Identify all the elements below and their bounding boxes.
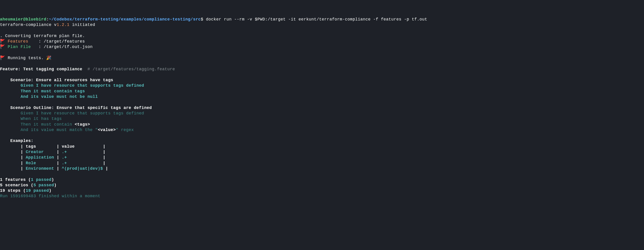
tag-cell: Role [26, 161, 54, 165]
init-suffix: initiated [70, 22, 95, 27]
converting-line: . Converting terraform plan file. [0, 34, 85, 38]
prompt-path: ~/Codebox/terraform-testing/examples/com… [49, 17, 201, 22]
scenario-2-when: When it has tags [0, 116, 62, 121]
scenario-1-then: Then it must contain tags [0, 89, 85, 93]
summary-features: 1 features (1 passed) [0, 177, 54, 182]
then-tag: <tags> [75, 122, 90, 127]
running-label: Running tests. [8, 56, 44, 60]
pipe: | [54, 161, 62, 165]
feature-line: Feature: Test tagging compliance # /targ… [0, 67, 175, 71]
plan-label: Plan File [8, 45, 39, 49]
features-line: 🚩 Features : /target/features [0, 39, 85, 44]
examples-label: Examples: [0, 139, 34, 143]
tag-cell: Application [26, 155, 54, 160]
scenario-2-and: And its value must match the "<value>" r… [0, 128, 134, 132]
scenario-2-then: Then it must contain <tags> [0, 122, 90, 127]
feature-comment: # /target/features/tagging.feature [88, 67, 175, 71]
init-line: terraform-compliance v1.2.1 initiated [0, 22, 95, 27]
plan-sep: : [38, 45, 44, 49]
plan-line: 🚩 Plan File : /target/tf.out.json [0, 45, 93, 49]
feature-title: Feature: Test tagging compliance [0, 67, 88, 71]
prompt-user: aheumaier@bluebird [0, 17, 46, 22]
sum-post: ) [49, 188, 52, 193]
sum-pre: 19 steps ( [0, 188, 26, 193]
sum-passed: 1 passed [31, 177, 52, 182]
flag-icon: 🚩 [0, 56, 5, 60]
pipe: | [54, 150, 62, 154]
flag-icon: 🚩 [0, 39, 5, 44]
prompt-dollar: $ [201, 17, 203, 22]
command-text: docker run --rm -v $PWD:/target -it eerk… [203, 17, 427, 22]
sum-post: ) [52, 177, 54, 182]
pipe: | [0, 166, 26, 171]
scenario-1-title: Scenario: Ensure all resources have tags [0, 78, 113, 82]
flag-icon: 🚩 [0, 45, 5, 49]
features-sep: : [38, 39, 44, 44]
table-row: | Role | .+ | [0, 161, 106, 165]
table-header: | tags | value | [0, 144, 106, 149]
sum-pre: 5 scenarios ( [0, 183, 34, 188]
summary-scenarios: 5 scenarios (5 passed) [0, 183, 57, 188]
confetti-icon: 🎉 [46, 56, 52, 60]
tag-cell: Environment [26, 166, 54, 171]
pipe: | [100, 161, 106, 165]
pipe: | [54, 155, 62, 160]
prompt-sep: : [46, 17, 49, 22]
sum-pre: 1 features ( [0, 177, 31, 182]
val-cell: ^(prod|uat|dev)$ [62, 166, 103, 171]
pipe: | [0, 155, 26, 160]
and-post: " regex [116, 128, 134, 132]
sum-passed: 5 passed [34, 183, 54, 188]
init-prefix: terraform-compliance v [0, 22, 57, 27]
table-row: | Environment | ^(prod|uat|dev)$ | [0, 166, 108, 171]
val-cell: .+ [62, 161, 100, 165]
and-tag: <value> [98, 128, 116, 132]
tag-cell: Creator [26, 150, 54, 154]
scenario-2-title: Scenario Outline: Ensure that specific t… [0, 106, 152, 110]
val-cell: .+ [62, 155, 100, 160]
pipe: | [0, 150, 26, 154]
summary-steps: 19 steps (19 passed) [0, 188, 52, 193]
sum-post: ) [54, 183, 56, 188]
sum-passed: 19 passed [26, 188, 49, 193]
scenario-1-given: Given I have resource that supports tags… [0, 83, 144, 88]
running-line: 🚩 Running tests. 🎉 [0, 56, 52, 60]
pipe: | [0, 161, 26, 165]
table-row: | Application | .+ | [0, 155, 106, 160]
features-label: Features [8, 39, 39, 44]
then-pre: Then it must contain [0, 122, 75, 127]
table-row: | Creator | .+ | [0, 150, 106, 154]
run-finished-line: Run 1591699483 finished within a moment [0, 194, 100, 198]
init-version: 1.2.1 [57, 22, 70, 27]
plan-path: /target/tf.out.json [44, 45, 93, 49]
pipe: | [100, 155, 106, 160]
scenario-1-and: And its value must not be null [0, 94, 98, 99]
and-pre: And its value must match the " [0, 128, 98, 132]
scenario-2-given: Given I have resource that supports tags… [0, 111, 144, 116]
pipe: | [100, 150, 106, 154]
prompt-line[interactable]: aheumaier@bluebird:~/Codebox/terraform-t… [0, 17, 427, 22]
pipe: | [54, 166, 62, 171]
features-path: /target/features [44, 39, 85, 44]
pipe: | [103, 166, 108, 171]
terminal-output: aheumaier@bluebird:~/Codebox/terraform-t… [0, 16, 644, 199]
val-cell: .+ [62, 150, 100, 154]
